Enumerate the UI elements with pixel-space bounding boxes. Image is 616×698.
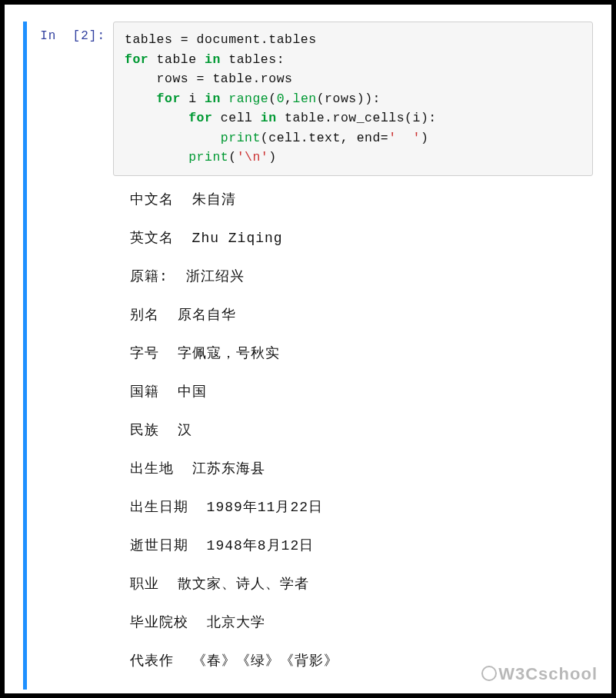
output-line: 毕业院校 北京大学 [130, 613, 587, 631]
output-line: 民族 汉 [130, 420, 587, 439]
notebook-wrap: In [2]: tables = document.tables for tab… [5, 5, 611, 690]
cell-input-row: In [2]: tables = document.tables for tab… [30, 22, 593, 176]
output-line: 逝世日期 1948年8月12日 [130, 536, 587, 554]
output-line: 英文名 Zhu Ziqing [130, 228, 587, 247]
output-line: 出生日期 1989年11月22日 [130, 497, 587, 516]
input-prompt: In [2]: [30, 22, 113, 43]
output-line: 中文名 朱自清 [130, 190, 587, 208]
notebook-cell: In [2]: tables = document.tables for tab… [23, 22, 593, 690]
page-frame: In [2]: tables = document.tables for tab… [0, 0, 616, 698]
output-line: 国籍 中国 [130, 382, 587, 401]
output-line: 原籍: 浙江绍兴 [130, 267, 587, 285]
cell-output-area: 中文名 朱自清英文名 Zhu Ziqing原籍: 浙江绍兴别名 原名自华字号 字… [113, 176, 593, 690]
output-line: 字号 字佩寇，号秋实 [130, 344, 587, 362]
output-line: 出生地 江苏东海县 [130, 459, 587, 477]
output-line: 代表作 《春》《绿》《背影》 [130, 651, 587, 670]
code-input-area[interactable]: tables = document.tables for table in ta… [113, 22, 593, 176]
output-line: 职业 散文家、诗人、学者 [130, 574, 587, 593]
output-line: 别名 原名自华 [130, 305, 587, 324]
